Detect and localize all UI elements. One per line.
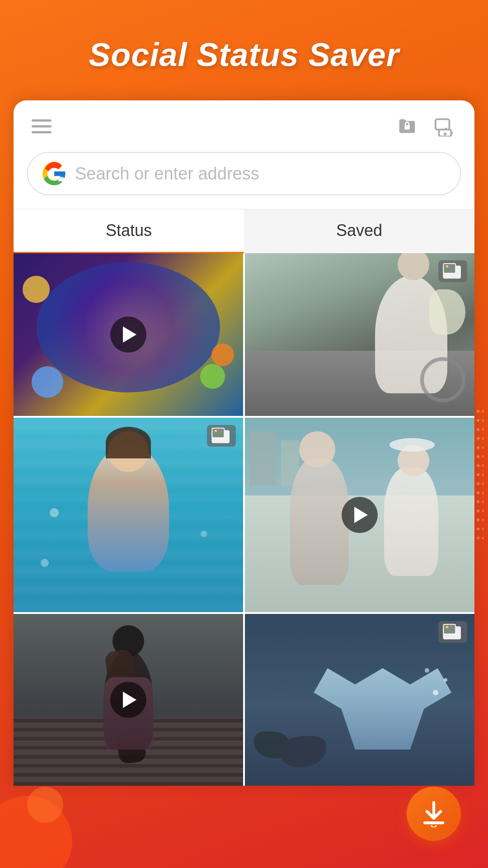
play-button-4[interactable] (342, 497, 378, 533)
gallery-badge-2 (438, 260, 467, 282)
media-item-6[interactable] (245, 614, 474, 786)
search-bar-container: Search or enter address (14, 147, 474, 209)
menu-button[interactable] (32, 119, 52, 133)
media-item-3[interactable] (14, 418, 243, 612)
browser-card: Search or enter address Status Saved (14, 100, 474, 786)
svg-point-7 (61, 179, 65, 182)
hamburger-line-2 (32, 125, 52, 127)
media-item-4[interactable] (245, 418, 474, 612)
media-item-5[interactable] (14, 614, 243, 786)
play-button-5[interactable] (110, 682, 146, 718)
tab-saved[interactable]: Saved (244, 209, 474, 253)
gallery-badge-3 (207, 425, 236, 447)
tabs-container: Status Saved (14, 209, 474, 253)
svg-rect-0 (404, 125, 410, 130)
media-item-1[interactable] (14, 253, 243, 416)
media-item-2[interactable] (245, 253, 474, 416)
play-button-1[interactable] (110, 316, 146, 353)
gallery-badge-6 (438, 621, 467, 643)
hamburger-line-3 (32, 131, 52, 133)
svg-rect-1 (436, 119, 450, 130)
folder-lock-button[interactable] (395, 114, 419, 138)
deco-circle-small (27, 787, 63, 823)
toolbar-left (32, 119, 52, 133)
search-input[interactable]: Search or enter address (75, 164, 446, 184)
hamburger-line-1 (32, 119, 52, 122)
tab-status[interactable]: Status (14, 209, 244, 253)
media-grid (14, 253, 474, 786)
google-icon (42, 161, 67, 186)
download-fab[interactable] (407, 787, 461, 841)
toolbar-right (395, 114, 456, 138)
browser-toolbar (14, 100, 474, 147)
app-title: Social Status Saver (0, 0, 488, 100)
search-bar[interactable]: Search or enter address (27, 152, 461, 195)
new-tab-button[interactable] (432, 114, 456, 138)
